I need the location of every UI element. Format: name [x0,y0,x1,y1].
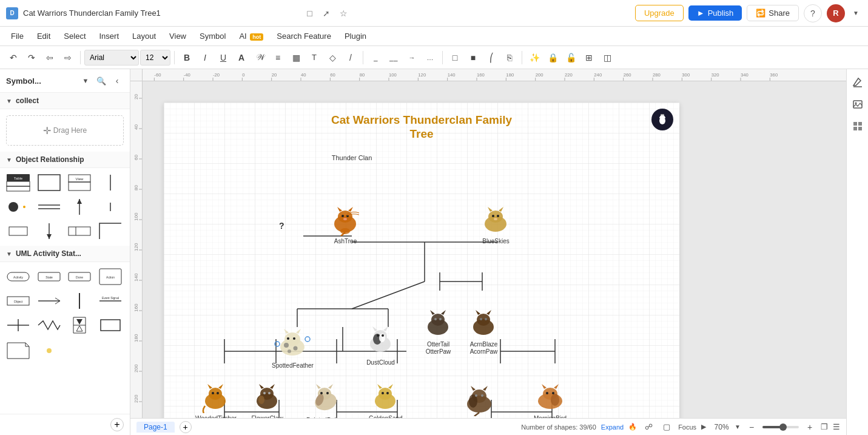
zoom-in-button[interactable]: + [804,421,816,433]
shape-line-v[interactable] [97,172,124,194]
export-icon[interactable]: ➚ [320,7,333,20]
toolbar-back[interactable]: ⇦ [41,49,58,66]
canvas-content[interactable]: Cat Warriors Thunderclan Family Tree Thu… [155,93,846,435]
upgrade-button[interactable]: Upgrade [635,5,684,21]
shape-line-up[interactable] [36,220,62,242]
node-dustcloud[interactable]: DustCloud [364,324,397,366]
right-panel-edit-btn[interactable] [849,74,866,91]
sidebar-search-icon[interactable]: 🔍 [95,74,108,87]
toolbar-forward[interactable]: ⇨ [59,49,76,66]
fullscreen-button[interactable]: ❐ [821,422,828,431]
layers-button[interactable]: ☍ [642,420,655,434]
zoom-out-button[interactable]: − [745,421,758,433]
help-button[interactable]: ? [804,4,822,22]
shape-rect-text[interactable]: View [66,172,93,194]
uml-shape-zigzag[interactable] [36,314,62,336]
uml-shape-state[interactable]: State [36,266,62,288]
menu-edit[interactable]: Edit [31,29,56,43]
uml-shape-done[interactable]: Done [66,266,93,288]
node-morningbird[interactable]: MorningBird [532,383,568,422]
shape-button[interactable]: ◇ [324,49,341,66]
arrow-button[interactable]: → [403,49,420,66]
page-tab[interactable]: Page-1 [136,422,175,433]
font-size-select[interactable]: 12 [140,50,170,66]
shape-circle-black[interactable] [5,196,32,218]
shape-line-short[interactable] [97,196,124,218]
node-flowerclaw[interactable]: FlowerClaw [251,383,284,422]
text-button[interactable]: T [306,49,323,66]
shadow-button[interactable]: ■ [465,49,482,66]
shape-line-corner[interactable] [97,220,124,242]
right-panel-grid-btn[interactable] [849,118,866,135]
node-woodedtimber[interactable]: WoodedTimber [195,383,237,422]
menu-select[interactable]: Select [58,29,92,43]
line-style-button[interactable]: ⎯⎯ [385,49,402,66]
uml-shape-activity[interactable]: Activity [5,266,32,288]
pen-button[interactable]: / [342,49,359,66]
add-page-button[interactable]: + [180,421,192,433]
uml-shape-note[interactable] [5,340,32,362]
dash-button[interactable]: … [422,49,439,66]
node-goldensand[interactable]: GoldenSand [369,383,403,422]
node-acornblaze[interactable]: AcrnBlazeAcornPaw [467,309,500,356]
section-object-relationship[interactable]: ▼ Object Relationship [0,152,130,168]
strikethrough-button[interactable]: 𝒲 [251,49,268,66]
menu-plugin[interactable]: Plugin [338,29,372,43]
uml-shape-vline[interactable] [66,290,93,312]
sidebar-dropdown-icon[interactable]: ▼ [79,74,92,87]
add-shape-button[interactable]: + [110,418,124,431]
uml-shape-hourglass[interactable] [66,314,93,336]
frame-button[interactable]: ▢ [660,420,673,434]
menu-file[interactable]: File [5,29,30,43]
underline-button[interactable]: U [215,49,232,66]
menu-layout[interactable]: Layout [126,29,162,43]
magic-button[interactable]: ✨ [526,49,543,66]
uml-shape-line[interactable] [36,290,62,312]
rect-button[interactable]: □ [446,49,463,66]
avatar[interactable]: R [827,4,845,22]
node-ottertail[interactable]: OtterTailOtterPaw [422,309,455,356]
section-uml-activity[interactable]: ▼ UML Activity Stat... [0,246,130,262]
uml-shape-labeled-line[interactable]: Event Signal [97,290,124,312]
publish-button[interactable]: ► Publish [688,5,742,21]
valign-button[interactable]: ▦ [288,49,304,66]
play-button[interactable]: ▶ [701,423,706,431]
uml-shape-diamond[interactable] [5,314,32,336]
menu-ai[interactable]: AI hot [233,29,269,43]
menu-symbol[interactable]: Symbol [193,29,232,43]
shape-rect-outline[interactable] [36,172,62,194]
uml-shape-action[interactable]: Action [97,266,124,288]
share-button[interactable]: 🔁 Share [747,5,799,21]
italic-button[interactable]: I [197,49,214,66]
shape-table-dark[interactable]: Table [5,172,32,194]
font-family-select[interactable]: Arial [84,50,139,66]
shape-line-v2[interactable] [66,196,93,218]
menu-search-feature[interactable]: Search Feature [271,29,337,43]
undo-button[interactable]: ↶ [5,49,22,66]
font-color-button[interactable]: A [233,49,250,66]
zoom-slider[interactable] [762,426,799,428]
shape-rect-l[interactable] [66,220,93,242]
node-blueskies[interactable]: BlueSkies [479,206,513,244]
uml-shape-dot-yellow[interactable] [36,340,62,362]
focus-label[interactable]: Focus [678,423,696,431]
unlock-button[interactable]: 🔓 [562,49,579,66]
drag-here-area[interactable]: ✛ Drag Here [6,115,124,146]
shape-line-double[interactable] [36,196,62,218]
node-ashtree[interactable]: AshTree [329,206,362,244]
section-collect[interactable]: ▼ collect [0,93,130,109]
menu-insert[interactable]: Insert [93,29,126,43]
node-spottedfeather[interactable]: SpottedFeather [272,327,314,369]
group-button[interactable]: ⊞ [580,49,597,66]
align-button[interactable]: ≡ [269,49,286,66]
node-painteddaisy[interactable]: PaintedDaisy [306,382,342,423]
zoom-dropdown-icon[interactable]: ▼ [735,423,741,430]
shape-rect-small[interactable] [5,220,32,242]
uml-shape-obj[interactable]: Object [5,290,32,312]
account-dropdown-icon[interactable]: ▼ [850,4,862,22]
bold-button[interactable]: B [178,49,195,66]
more-options-button[interactable]: ☰ [833,422,840,431]
sidebar-collapse-icon[interactable]: ‹ [110,74,124,87]
star-icon[interactable]: ☆ [337,7,350,20]
panel-icon[interactable]: □ [303,7,316,20]
